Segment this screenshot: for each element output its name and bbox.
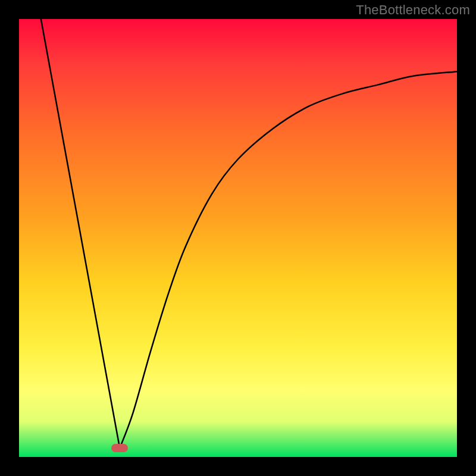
- bottleneck-marker: [111, 444, 128, 452]
- curve-right-segment: [120, 71, 457, 448]
- curve-left-segment: [41, 19, 120, 448]
- plot-area: [19, 19, 457, 457]
- curve-svg: [19, 19, 457, 457]
- chart-frame: TheBottleneck.com: [0, 0, 476, 476]
- watermark-text: TheBottleneck.com: [356, 2, 470, 18]
